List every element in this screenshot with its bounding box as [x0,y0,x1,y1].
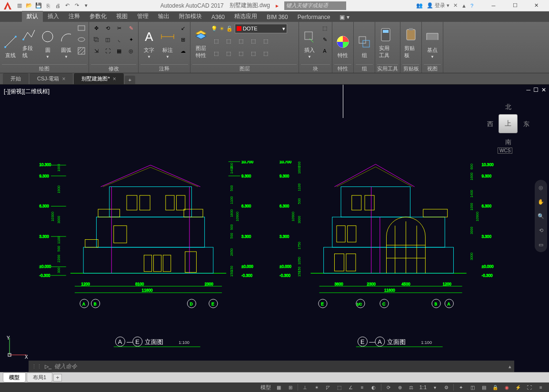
qat-redo-icon[interactable]: ↷ [72,1,81,10]
ribbon-tab-performance[interactable]: Performance [293,12,335,22]
qat-open-icon[interactable]: 📂 [25,1,33,10]
group-button[interactable]: 组 [356,23,373,60]
qat-dropdown-icon[interactable]: ▾ [82,1,90,10]
layer-bulb-icon[interactable]: 💡 [211,26,218,32]
sb-hardware-icon[interactable]: ⚡ [513,383,523,392]
viewcube-north[interactable]: 北 [505,103,511,111]
sb-iso-icon[interactable]: ◸ [323,383,333,392]
ribbon-tab-featured[interactable]: 精选应用 [230,11,262,22]
trim-icon[interactable]: ✂ [114,23,124,33]
table-icon[interactable]: ⊞ [178,34,188,45]
add-layout-button[interactable]: + [53,374,62,382]
panel-properties-title[interactable]: 特性 [334,64,351,73]
layer-tool-3-icon[interactable]: ⬚ [236,36,246,46]
polyline-button[interactable]: 多段线 [20,23,38,60]
dimension-button[interactable]: 标注▼ [159,23,176,60]
panel-annotate-title[interactable]: 注释 [140,64,188,73]
copy-icon[interactable]: ⿻ [91,34,101,45]
panel-clipboard-title[interactable]: 剪贴板 [402,64,419,73]
qat-save-icon[interactable]: 💾 [34,1,43,10]
search-input[interactable]: 键入关键字或短语 [284,1,346,10]
close-icon[interactable]: × [113,76,116,82]
sb-model[interactable]: 模型 [259,384,273,391]
create-block-icon[interactable]: ⬚ [319,23,330,33]
app-logo[interactable] [2,0,13,11]
infocenter-icon[interactable]: 👥 [416,2,423,9]
layer-properties-button[interactable]: 图层 特性 [192,23,210,60]
command-expand-icon[interactable]: ▴ [509,363,511,370]
layer-tool-2-icon[interactable]: ⬚ [223,36,234,46]
exchange-icon[interactable]: ✕ [453,2,458,9]
command-input[interactable]: 键入命令 [54,363,506,371]
new-tab-button[interactable]: + [125,76,135,84]
rectangle-icon[interactable] [76,23,87,33]
model-tab[interactable]: 模型 [3,372,26,382]
panel-draw-title[interactable]: 绘图 [2,64,87,73]
minimize-button[interactable]: ─ [483,0,504,11]
utilities-button[interactable]: 实用工具 [377,23,394,60]
viewcube-south[interactable]: 南 [505,138,511,147]
sb-cycling-icon[interactable]: ⟳ [383,383,394,392]
sb-isolate-icon[interactable]: ◉ [501,383,512,392]
sb-scale[interactable]: 1:1 [418,384,429,390]
explode-icon[interactable]: ✦ [126,34,136,45]
ribbon-tab-view[interactable]: 视图 [111,11,132,22]
grip-icon[interactable]: ⋮⋮ [31,363,42,370]
insert-block-button[interactable]: 插入▼ [301,23,318,60]
qat-undo-icon[interactable]: ↶ [63,1,71,10]
ribbon-tab-addins[interactable]: 附加模块 [174,11,207,22]
panel-block-title[interactable]: 块 [301,64,330,73]
layer-tool-6-icon[interactable]: ⬚ [211,48,221,59]
viewport-label[interactable]: [-][俯视][二维线框] [4,88,50,96]
cloud-icon[interactable]: ☁ [178,46,188,56]
sb-otrack-icon[interactable]: ∠ [346,383,356,392]
ribbon-tab-parametric[interactable]: 参数化 [85,11,111,22]
sb-cleanscreen-icon[interactable]: ⛶ [524,383,535,392]
file-tab-current[interactable]: 别墅建施图*× [74,73,123,84]
offset-icon[interactable]: ◎ [126,46,136,56]
vp-close-icon[interactable]: ✕ [541,87,546,93]
viewcube-west[interactable]: 西 [487,120,493,128]
ribbon-tab-annotate[interactable]: 注释 [64,11,85,22]
ribbon-tab-manage[interactable]: 管理 [132,11,153,22]
vp-maximize-icon[interactable]: ☐ [533,87,539,93]
fillet-icon[interactable]: ◟ [114,34,124,45]
leader-icon[interactable]: ↙ [178,23,188,33]
panel-modify-title[interactable]: 修改 [91,64,136,73]
panel-view-title[interactable]: 视图 [424,64,441,73]
sb-ortho-icon[interactable]: ⊥ [300,383,310,392]
layer-combo[interactable]: DOTE ▾ [235,24,287,33]
mirror-icon[interactable]: ◫ [102,34,113,45]
sb-customize-icon[interactable]: ≡ [536,383,546,392]
viewcube-east[interactable]: 东 [523,120,529,128]
layer-tool-1-icon[interactable]: ⬚ [211,36,221,46]
sb-snap-icon[interactable]: ⊞ [285,383,296,392]
layer-tool-5-icon[interactable]: ⬚ [260,36,271,46]
viewcube-top[interactable]: 上 [499,114,518,133]
command-line[interactable]: ⋮⋮ ▷_ 键入命令 ▴ [29,361,514,372]
layer-tool-4-icon[interactable]: ⬚ [248,36,259,46]
sb-units-icon[interactable]: ◫ [467,383,478,392]
ribbon-tab-default[interactable]: 默认 [22,11,43,22]
qat-saveas-icon[interactable]: ⎘ [44,1,52,10]
sb-annomonitor-icon[interactable]: ⊕ [395,383,405,392]
erase-icon[interactable]: ✎ [126,23,136,33]
maximize-button[interactable]: ☐ [504,0,526,11]
sb-lwt-icon[interactable]: ≡ [357,383,368,392]
ribbon-tab-bim360[interactable]: BIM 360 [262,12,293,22]
base-view-button[interactable]: 基点▼ [424,23,441,60]
close-button[interactable]: ✕ [526,0,547,11]
array-icon[interactable]: ▦ [114,46,124,56]
layer-tool-7-icon[interactable]: ⬚ [223,48,234,59]
stayconnected-icon[interactable]: ▲ [461,3,467,9]
sb-quickprops-icon[interactable]: ▤ [479,383,489,392]
sb-grid-icon[interactable]: ▦ [274,383,284,392]
layer-lock-icon[interactable]: 🔓 [226,26,233,32]
help-icon[interactable]: ? [470,3,473,9]
viewcube-wcs[interactable]: WCS [498,147,512,154]
drawing-viewport[interactable]: [-][俯视][二维线框] ─ ☐ ✕ 北 南 东 西 上 WCS ◎ ✋ 🔍 … [0,85,549,372]
close-icon[interactable]: × [62,76,65,82]
sb-transparency-icon[interactable]: ◐ [369,383,379,392]
sb-osnap-icon[interactable]: ⬚ [334,383,345,392]
file-tab-start[interactable]: 开始 [3,73,29,84]
